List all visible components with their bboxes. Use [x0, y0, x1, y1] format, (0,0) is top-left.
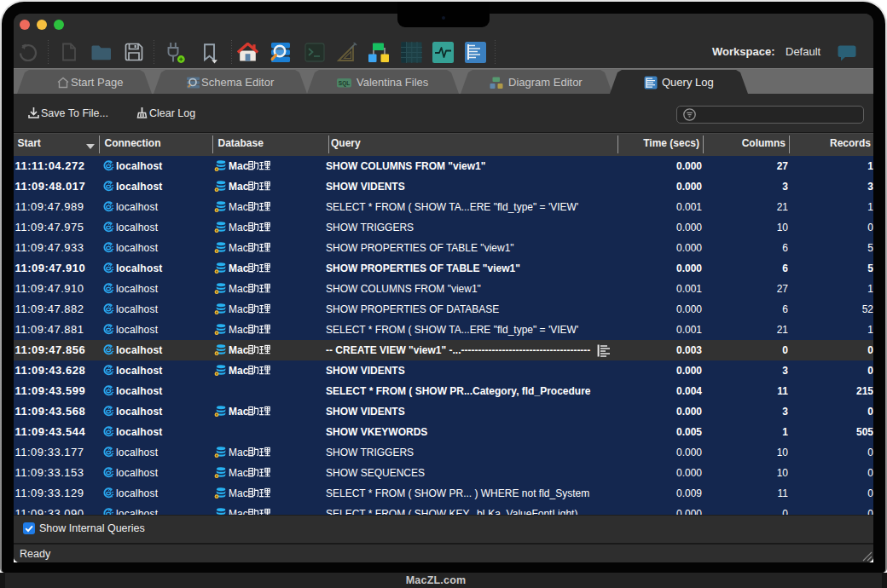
- svg-text:SQL: SQL: [339, 80, 350, 87]
